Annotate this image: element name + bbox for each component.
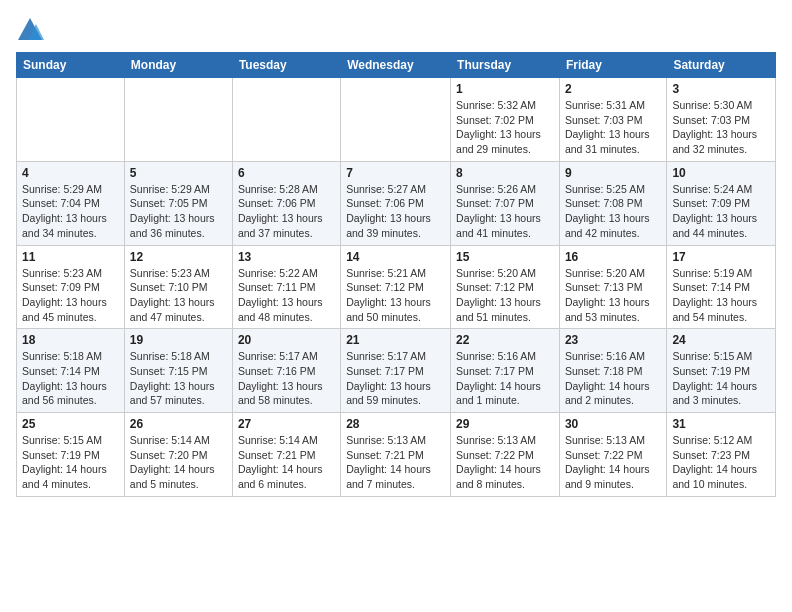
week-row-5: 25Sunrise: 5:15 AM Sunset: 7:19 PM Dayli… <box>17 413 776 497</box>
day-number: 11 <box>22 250 119 264</box>
day-cell: 17Sunrise: 5:19 AM Sunset: 7:14 PM Dayli… <box>667 245 776 329</box>
day-number: 22 <box>456 333 554 347</box>
day-number: 27 <box>238 417 335 431</box>
day-number: 25 <box>22 417 119 431</box>
day-info: Sunrise: 5:14 AM Sunset: 7:20 PM Dayligh… <box>130 433 227 492</box>
day-info: Sunrise: 5:23 AM Sunset: 7:09 PM Dayligh… <box>22 266 119 325</box>
day-info: Sunrise: 5:28 AM Sunset: 7:06 PM Dayligh… <box>238 182 335 241</box>
day-number: 4 <box>22 166 119 180</box>
header-row: SundayMondayTuesdayWednesdayThursdayFrid… <box>17 53 776 78</box>
day-cell: 29Sunrise: 5:13 AM Sunset: 7:22 PM Dayli… <box>451 413 560 497</box>
day-cell: 12Sunrise: 5:23 AM Sunset: 7:10 PM Dayli… <box>124 245 232 329</box>
logo <box>16 16 48 44</box>
day-info: Sunrise: 5:26 AM Sunset: 7:07 PM Dayligh… <box>456 182 554 241</box>
day-cell: 26Sunrise: 5:14 AM Sunset: 7:20 PM Dayli… <box>124 413 232 497</box>
day-info: Sunrise: 5:22 AM Sunset: 7:11 PM Dayligh… <box>238 266 335 325</box>
day-info: Sunrise: 5:16 AM Sunset: 7:18 PM Dayligh… <box>565 349 661 408</box>
day-number: 15 <box>456 250 554 264</box>
day-cell <box>124 78 232 162</box>
day-info: Sunrise: 5:15 AM Sunset: 7:19 PM Dayligh… <box>22 433 119 492</box>
day-cell: 20Sunrise: 5:17 AM Sunset: 7:16 PM Dayli… <box>232 329 340 413</box>
day-info: Sunrise: 5:13 AM Sunset: 7:21 PM Dayligh… <box>346 433 445 492</box>
day-cell: 10Sunrise: 5:24 AM Sunset: 7:09 PM Dayli… <box>667 161 776 245</box>
day-cell: 1Sunrise: 5:32 AM Sunset: 7:02 PM Daylig… <box>451 78 560 162</box>
day-number: 1 <box>456 82 554 96</box>
day-number: 16 <box>565 250 661 264</box>
day-cell: 30Sunrise: 5:13 AM Sunset: 7:22 PM Dayli… <box>559 413 666 497</box>
day-info: Sunrise: 5:18 AM Sunset: 7:15 PM Dayligh… <box>130 349 227 408</box>
day-number: 12 <box>130 250 227 264</box>
day-number: 18 <box>22 333 119 347</box>
day-number: 13 <box>238 250 335 264</box>
day-cell <box>232 78 340 162</box>
day-cell: 7Sunrise: 5:27 AM Sunset: 7:06 PM Daylig… <box>341 161 451 245</box>
day-info: Sunrise: 5:13 AM Sunset: 7:22 PM Dayligh… <box>565 433 661 492</box>
day-cell: 25Sunrise: 5:15 AM Sunset: 7:19 PM Dayli… <box>17 413 125 497</box>
day-cell <box>341 78 451 162</box>
day-cell: 9Sunrise: 5:25 AM Sunset: 7:08 PM Daylig… <box>559 161 666 245</box>
day-cell: 27Sunrise: 5:14 AM Sunset: 7:21 PM Dayli… <box>232 413 340 497</box>
day-cell <box>17 78 125 162</box>
week-row-2: 4Sunrise: 5:29 AM Sunset: 7:04 PM Daylig… <box>17 161 776 245</box>
day-cell: 8Sunrise: 5:26 AM Sunset: 7:07 PM Daylig… <box>451 161 560 245</box>
day-cell: 24Sunrise: 5:15 AM Sunset: 7:19 PM Dayli… <box>667 329 776 413</box>
day-number: 30 <box>565 417 661 431</box>
day-number: 24 <box>672 333 770 347</box>
day-number: 19 <box>130 333 227 347</box>
day-number: 20 <box>238 333 335 347</box>
day-info: Sunrise: 5:21 AM Sunset: 7:12 PM Dayligh… <box>346 266 445 325</box>
col-header-monday: Monday <box>124 53 232 78</box>
day-info: Sunrise: 5:25 AM Sunset: 7:08 PM Dayligh… <box>565 182 661 241</box>
day-cell: 19Sunrise: 5:18 AM Sunset: 7:15 PM Dayli… <box>124 329 232 413</box>
day-info: Sunrise: 5:32 AM Sunset: 7:02 PM Dayligh… <box>456 98 554 157</box>
logo-icon <box>16 16 44 44</box>
day-number: 5 <box>130 166 227 180</box>
day-info: Sunrise: 5:20 AM Sunset: 7:13 PM Dayligh… <box>565 266 661 325</box>
day-number: 17 <box>672 250 770 264</box>
day-number: 29 <box>456 417 554 431</box>
day-cell: 14Sunrise: 5:21 AM Sunset: 7:12 PM Dayli… <box>341 245 451 329</box>
day-info: Sunrise: 5:31 AM Sunset: 7:03 PM Dayligh… <box>565 98 661 157</box>
col-header-sunday: Sunday <box>17 53 125 78</box>
day-info: Sunrise: 5:14 AM Sunset: 7:21 PM Dayligh… <box>238 433 335 492</box>
day-number: 26 <box>130 417 227 431</box>
day-number: 14 <box>346 250 445 264</box>
day-number: 23 <box>565 333 661 347</box>
day-cell: 31Sunrise: 5:12 AM Sunset: 7:23 PM Dayli… <box>667 413 776 497</box>
calendar-table: SundayMondayTuesdayWednesdayThursdayFrid… <box>16 52 776 497</box>
week-row-1: 1Sunrise: 5:32 AM Sunset: 7:02 PM Daylig… <box>17 78 776 162</box>
day-cell: 28Sunrise: 5:13 AM Sunset: 7:21 PM Dayli… <box>341 413 451 497</box>
day-info: Sunrise: 5:13 AM Sunset: 7:22 PM Dayligh… <box>456 433 554 492</box>
day-info: Sunrise: 5:12 AM Sunset: 7:23 PM Dayligh… <box>672 433 770 492</box>
day-info: Sunrise: 5:18 AM Sunset: 7:14 PM Dayligh… <box>22 349 119 408</box>
day-info: Sunrise: 5:23 AM Sunset: 7:10 PM Dayligh… <box>130 266 227 325</box>
col-header-friday: Friday <box>559 53 666 78</box>
header <box>16 16 776 44</box>
day-info: Sunrise: 5:17 AM Sunset: 7:16 PM Dayligh… <box>238 349 335 408</box>
day-number: 7 <box>346 166 445 180</box>
day-info: Sunrise: 5:17 AM Sunset: 7:17 PM Dayligh… <box>346 349 445 408</box>
day-info: Sunrise: 5:27 AM Sunset: 7:06 PM Dayligh… <box>346 182 445 241</box>
day-cell: 18Sunrise: 5:18 AM Sunset: 7:14 PM Dayli… <box>17 329 125 413</box>
day-cell: 21Sunrise: 5:17 AM Sunset: 7:17 PM Dayli… <box>341 329 451 413</box>
week-row-4: 18Sunrise: 5:18 AM Sunset: 7:14 PM Dayli… <box>17 329 776 413</box>
day-info: Sunrise: 5:29 AM Sunset: 7:05 PM Dayligh… <box>130 182 227 241</box>
day-number: 31 <box>672 417 770 431</box>
day-number: 10 <box>672 166 770 180</box>
day-cell: 6Sunrise: 5:28 AM Sunset: 7:06 PM Daylig… <box>232 161 340 245</box>
day-cell: 11Sunrise: 5:23 AM Sunset: 7:09 PM Dayli… <box>17 245 125 329</box>
day-cell: 3Sunrise: 5:30 AM Sunset: 7:03 PM Daylig… <box>667 78 776 162</box>
day-number: 6 <box>238 166 335 180</box>
day-info: Sunrise: 5:30 AM Sunset: 7:03 PM Dayligh… <box>672 98 770 157</box>
day-cell: 23Sunrise: 5:16 AM Sunset: 7:18 PM Dayli… <box>559 329 666 413</box>
day-cell: 13Sunrise: 5:22 AM Sunset: 7:11 PM Dayli… <box>232 245 340 329</box>
col-header-thursday: Thursday <box>451 53 560 78</box>
day-cell: 4Sunrise: 5:29 AM Sunset: 7:04 PM Daylig… <box>17 161 125 245</box>
day-info: Sunrise: 5:16 AM Sunset: 7:17 PM Dayligh… <box>456 349 554 408</box>
week-row-3: 11Sunrise: 5:23 AM Sunset: 7:09 PM Dayli… <box>17 245 776 329</box>
day-number: 9 <box>565 166 661 180</box>
day-number: 8 <box>456 166 554 180</box>
day-cell: 5Sunrise: 5:29 AM Sunset: 7:05 PM Daylig… <box>124 161 232 245</box>
day-number: 28 <box>346 417 445 431</box>
day-info: Sunrise: 5:20 AM Sunset: 7:12 PM Dayligh… <box>456 266 554 325</box>
